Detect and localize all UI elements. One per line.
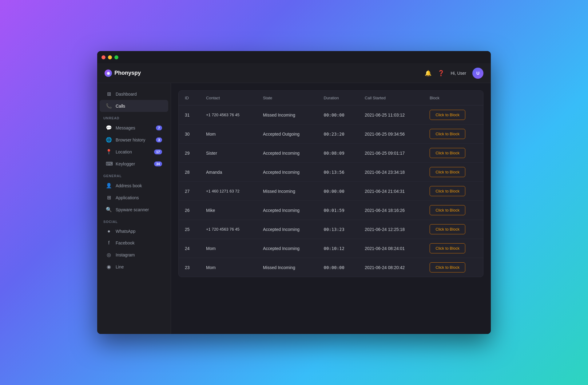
cell-contact: +1 720 4563 76 45 <box>200 220 257 239</box>
sidebar-item-label: Messages <box>116 125 135 130</box>
browser-icon: 🌐 <box>106 137 112 143</box>
avatar[interactable]: U <box>472 68 483 79</box>
cell-id: 24 <box>179 239 200 258</box>
cell-state: Accepted Outgoing <box>257 125 318 144</box>
cell-contact: +1 460 1271 63 72 <box>200 182 257 201</box>
cell-block: Click to Block <box>423 125 483 144</box>
sidebar-item-label: Spyware scanner <box>116 207 149 212</box>
cell-duration: 00:01:59 <box>318 201 359 220</box>
cell-duration: 00:13:56 <box>318 163 359 182</box>
keylogger-badge: 34 <box>154 161 162 166</box>
cell-id: 27 <box>179 182 200 201</box>
messages-icon: 💬 <box>106 125 112 131</box>
cell-duration: 00:13:23 <box>318 220 359 239</box>
block-button[interactable]: Click to Block <box>430 167 465 177</box>
app-body: ◉ Phonyspy 🔔 ❓ Hi, User U ⊞ Dashboard 📞 <box>97 63 491 334</box>
table-row: 28 Amanda Accepted Incoming 00:13:56 202… <box>179 163 483 182</box>
sidebar-item-label: WhatsApp <box>116 229 136 234</box>
logo-text: Phonyspy <box>114 70 141 76</box>
col-duration: Duration <box>318 91 359 105</box>
sidebar-item-dashboard[interactable]: ⊞ Dashboard <box>100 88 168 100</box>
cell-contact: +1 720 4563 76 45 <box>200 105 257 125</box>
sidebar-item-browser-history[interactable]: 🌐 Browser history 3 <box>100 134 168 146</box>
col-id: ID <box>179 91 200 105</box>
browser-badge: 3 <box>156 137 162 142</box>
app-window: ◉ Phonyspy 🔔 ❓ Hi, User U ⊞ Dashboard 📞 <box>97 51 491 334</box>
cell-state: Accepted Incoming <box>257 220 318 239</box>
block-button[interactable]: Click to Block <box>430 243 465 253</box>
block-button[interactable]: Click to Block <box>430 262 465 272</box>
sidebar-item-label: Instagram <box>116 252 135 257</box>
cell-call-started: 2021-06-24 21:04:31 <box>359 182 423 201</box>
sidebar-item-line[interactable]: ◉ Line <box>100 261 168 273</box>
cell-call-started: 2021-06-24 23:34:18 <box>359 163 423 182</box>
cell-call-started: 2021-06-24 08:24:01 <box>359 239 423 258</box>
block-button[interactable]: Click to Block <box>430 205 465 215</box>
block-button[interactable]: Click to Block <box>430 186 465 196</box>
table-row: 24 Mom Accepted Incoming 00:10:12 2021-0… <box>179 239 483 258</box>
cell-call-started: 2021-06-25 09:34:56 <box>359 125 423 144</box>
sidebar-item-calls[interactable]: 📞 Calls <box>100 100 168 112</box>
cell-contact: Mom <box>200 125 257 144</box>
cell-state: Missed Incoming <box>257 105 318 125</box>
cell-block: Click to Block <box>423 220 483 239</box>
sidebar-item-label: Browser history <box>116 137 145 142</box>
sidebar-item-applications[interactable]: ⊞ Applications <box>100 192 168 204</box>
calls-icon: 📞 <box>106 103 112 109</box>
main-layout: ⊞ Dashboard 📞 Calls UNREAD 💬 Messages 7 … <box>97 83 491 334</box>
line-icon: ◉ <box>106 264 112 270</box>
cell-duration: 00:08:09 <box>318 144 359 163</box>
sidebar-item-facebook[interactable]: f Facebook <box>100 237 168 249</box>
table-row: 23 Mom Missed Incoming 00:00:00 2021-06-… <box>179 258 483 277</box>
maximize-button[interactable] <box>114 55 118 59</box>
block-button[interactable]: Click to Block <box>430 224 465 234</box>
sidebar-item-instagram[interactable]: ◎ Instagram <box>100 249 168 261</box>
content-area: ID Contact State Duration Call Started B… <box>171 83 491 334</box>
table-header: ID Contact State Duration Call Started B… <box>179 91 483 105</box>
table-row: 27 +1 460 1271 63 72 Missed Incoming 00:… <box>179 182 483 201</box>
minimize-button[interactable] <box>108 55 112 59</box>
notification-icon[interactable]: 🔔 <box>425 70 431 77</box>
help-icon[interactable]: ❓ <box>438 70 444 77</box>
sidebar-item-location[interactable]: 📍 Location 17 <box>100 146 168 158</box>
cell-state: Missed Incoming <box>257 182 318 201</box>
sidebar-item-keylogger[interactable]: ⌨ Keylogger 34 <box>100 158 168 170</box>
sidebar-item-messages[interactable]: 💬 Messages 7 <box>100 122 168 134</box>
cell-block: Click to Block <box>423 258 483 277</box>
sidebar-item-label: Keylogger <box>116 161 135 166</box>
sidebar-item-label: Dashboard <box>116 92 137 97</box>
logo-icon: ◉ <box>105 69 112 77</box>
sidebar-item-label: Facebook <box>116 240 134 245</box>
cell-state: Accepted Incoming <box>257 201 318 220</box>
sidebar-item-label: Line <box>116 264 124 269</box>
instagram-icon: ◎ <box>106 252 112 258</box>
cell-duration: 00:23:20 <box>318 125 359 144</box>
cell-duration: 00:00:00 <box>318 258 359 277</box>
block-button[interactable]: Click to Block <box>430 148 465 158</box>
sidebar: ⊞ Dashboard 📞 Calls UNREAD 💬 Messages 7 … <box>97 83 171 334</box>
header: ◉ Phonyspy 🔔 ❓ Hi, User U <box>97 63 491 83</box>
cell-block: Click to Block <box>423 105 483 125</box>
sidebar-item-label: Calls <box>116 104 125 109</box>
block-button[interactable]: Click to Block <box>430 129 465 139</box>
close-button[interactable] <box>101 55 105 59</box>
cell-block: Click to Block <box>423 182 483 201</box>
address-book-icon: 👤 <box>106 183 112 189</box>
table-row: 25 +1 720 4563 76 45 Accepted Incoming 0… <box>179 220 483 239</box>
calls-table: ID Contact State Duration Call Started B… <box>179 91 483 277</box>
cell-call-started: 2021-06-25 09:01:17 <box>359 144 423 163</box>
calls-table-container: ID Contact State Duration Call Started B… <box>178 90 483 277</box>
cell-call-started: 2021-06-25 11:03:12 <box>359 105 423 125</box>
col-block: Block <box>423 91 483 105</box>
cell-id: 29 <box>179 144 200 163</box>
cell-state: Accepted Incoming <box>257 144 318 163</box>
sidebar-item-spyware-scanner[interactable]: 🔍 Spyware scanner <box>100 204 168 216</box>
cell-state: Missed Incoming <box>257 258 318 277</box>
cell-id: 26 <box>179 201 200 220</box>
cell-contact: Mom <box>200 239 257 258</box>
spyware-scanner-icon: 🔍 <box>106 207 112 212</box>
cell-duration: 00:10:12 <box>318 239 359 258</box>
sidebar-item-whatsapp[interactable]: ● WhatsApp <box>100 225 168 237</box>
sidebar-item-address-book[interactable]: 👤 Address book <box>100 180 168 192</box>
block-button[interactable]: Click to Block <box>430 110 465 120</box>
